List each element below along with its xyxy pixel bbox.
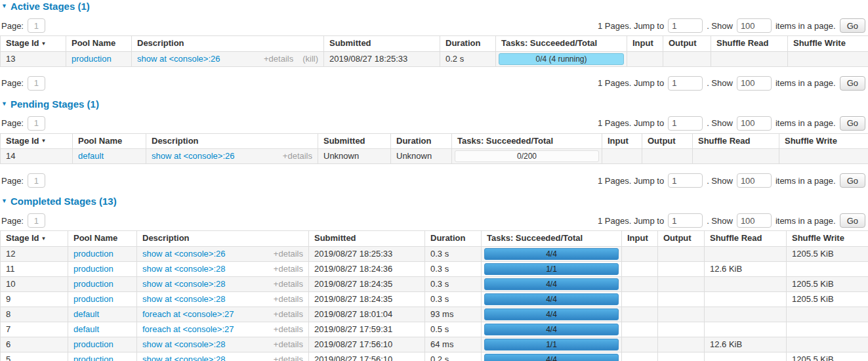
stage-description-link[interactable]: show at <console>:28 (142, 295, 225, 304)
details-toggle[interactable]: +details (274, 310, 303, 319)
stage-description-link[interactable]: show at <console>:28 (142, 265, 225, 274)
cell-input (622, 291, 658, 307)
go-button[interactable]: Go (840, 213, 865, 228)
column-header-stage-id[interactable]: Stage Id▼ (1, 231, 68, 247)
cell-tasks: 4/4 (482, 291, 622, 307)
section-title-completed[interactable]: ▼Completed Stages (13) (0, 196, 868, 206)
details-toggle[interactable]: +details (274, 249, 303, 259)
go-button[interactable]: Go (840, 116, 865, 131)
column-header-stage-id[interactable]: Stage Id▼ (1, 36, 66, 52)
stage-description-link[interactable]: show at <console>:28 (142, 280, 225, 289)
column-header-stage-id[interactable]: Stage Id▼ (1, 133, 73, 149)
details-toggle[interactable]: +details (283, 152, 312, 161)
section-title-active[interactable]: ▼Active Stages (1) (0, 1, 868, 11)
jump-to-input[interactable] (668, 173, 703, 188)
column-header-input[interactable]: Input (622, 231, 658, 247)
pool-name-link[interactable]: default (73, 309, 99, 319)
stage-description-link[interactable]: show at <console>:26 (152, 152, 234, 161)
jump-to-input[interactable] (668, 76, 703, 91)
column-header-output[interactable]: Output (658, 231, 705, 247)
show-items-input[interactable] (737, 116, 772, 131)
column-header-description[interactable]: Description (146, 133, 318, 149)
cell-shuffle-read (705, 246, 787, 261)
column-header-shuffle-read[interactable]: Shuffle Read (711, 36, 788, 52)
column-header-duration[interactable]: Duration (391, 133, 452, 149)
column-header-input[interactable]: Input (627, 36, 663, 52)
column-header-shuffle-write[interactable]: Shuffle Write (779, 133, 868, 149)
page-input[interactable] (28, 18, 45, 33)
details-toggle[interactable]: +details (274, 295, 303, 304)
column-header-shuffle-read[interactable]: Shuffle Read (693, 133, 779, 149)
details-toggle[interactable]: +details (264, 54, 293, 64)
column-header-tasks-succeeded-total[interactable]: Tasks: Succeeded/Total (452, 133, 602, 149)
stage-description-link[interactable]: foreach at <console>:27 (142, 325, 234, 334)
pool-name-link[interactable]: production (73, 249, 114, 259)
show-items-input[interactable] (737, 76, 772, 91)
stage-description-link[interactable]: show at <console>:26 (137, 54, 220, 64)
cell-shuffle-write (787, 261, 868, 276)
cell-shuffle-write: 1205.5 KiB (787, 352, 868, 361)
column-header-input[interactable]: Input (602, 133, 642, 149)
show-items-input[interactable] (737, 18, 772, 33)
column-header-description[interactable]: Description (137, 231, 309, 247)
page-input[interactable] (28, 76, 45, 91)
collapse-arrow-icon[interactable]: ▼ (1, 101, 7, 107)
page-input[interactable] (28, 173, 45, 188)
collapse-arrow-icon[interactable]: ▼ (1, 3, 7, 9)
column-header-submitted[interactable]: Submitted (318, 133, 391, 149)
column-header-label: Input (632, 38, 653, 48)
column-header-pool-name[interactable]: Pool Name (68, 231, 137, 247)
pool-name-link[interactable]: default (78, 151, 104, 161)
details-toggle[interactable]: +details (274, 265, 303, 274)
column-header-pool-name[interactable]: Pool Name (73, 133, 146, 149)
column-header-tasks-succeeded-total[interactable]: Tasks: Succeeded/Total (482, 231, 622, 247)
cell-description: foreach at <console>:27+details (137, 322, 309, 337)
column-header-submitted[interactable]: Submitted (309, 231, 425, 247)
section-title-pending[interactable]: ▼Pending Stages (1) (0, 99, 868, 109)
column-header-pool-name[interactable]: Pool Name (66, 36, 132, 52)
jump-to-input[interactable] (668, 116, 703, 131)
page-input[interactable] (28, 116, 45, 131)
cell-output (663, 51, 711, 66)
pool-name-link[interactable]: production (73, 294, 114, 304)
stage-description-link[interactable]: show at <console>:28 (142, 355, 225, 361)
stage-description-link[interactable]: show at <console>:26 (142, 249, 225, 259)
go-button[interactable]: Go (840, 76, 865, 91)
details-toggle[interactable]: +details (274, 340, 303, 349)
column-header-duration[interactable]: Duration (440, 36, 496, 52)
cell-output (658, 307, 705, 322)
show-items-input[interactable] (737, 213, 772, 228)
kill-link[interactable]: (kill) (302, 54, 318, 64)
jump-to-input[interactable] (668, 213, 703, 228)
column-header-output[interactable]: Output (642, 133, 693, 149)
page-label: Page: (1, 216, 24, 226)
pool-name-link[interactable]: production (73, 264, 114, 274)
details-toggle[interactable]: +details (274, 280, 303, 289)
details-toggle[interactable]: +details (274, 355, 303, 361)
show-items-input[interactable] (737, 173, 772, 188)
go-button[interactable]: Go (840, 18, 865, 33)
page-input[interactable] (28, 213, 45, 228)
collapse-arrow-icon[interactable]: ▼ (1, 198, 7, 204)
go-button[interactable]: Go (840, 173, 865, 188)
column-header-shuffle-write[interactable]: Shuffle Write (788, 36, 868, 52)
column-header-shuffle-read[interactable]: Shuffle Read (705, 231, 787, 247)
details-toggle[interactable]: +details (274, 325, 303, 334)
cell-duration: 93 ms (425, 307, 482, 322)
cell-pool-name: production (68, 246, 137, 261)
pool-name-link[interactable]: production (73, 279, 114, 289)
pages-count-label: 1 Pages. Jump to (598, 21, 664, 31)
stage-description-link[interactable]: foreach at <console>:27 (142, 310, 234, 319)
column-header-tasks-succeeded-total[interactable]: Tasks: Succeeded/Total (496, 36, 627, 52)
column-header-shuffle-write[interactable]: Shuffle Write (787, 231, 868, 247)
column-header-description[interactable]: Description (132, 36, 324, 52)
pool-name-link[interactable]: production (73, 354, 114, 361)
column-header-duration[interactable]: Duration (425, 231, 482, 247)
jump-to-input[interactable] (668, 18, 703, 33)
pool-name-link[interactable]: production (73, 339, 114, 349)
stage-description-link[interactable]: show at <console>:28 (142, 340, 225, 349)
column-header-output[interactable]: Output (663, 36, 711, 52)
pool-name-link[interactable]: production (72, 54, 112, 64)
column-header-submitted[interactable]: Submitted (324, 36, 440, 52)
pool-name-link[interactable]: default (73, 324, 99, 334)
